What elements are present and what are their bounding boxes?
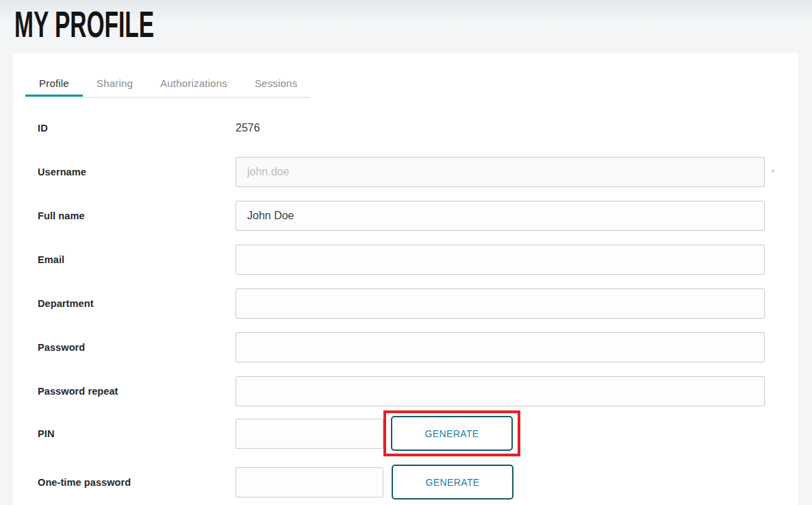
tab-sessions[interactable]: Sessions <box>241 71 311 97</box>
profile-form: ID 2576 Username * Full name Email Depar… <box>13 98 798 500</box>
otp-label: One-time password <box>38 477 236 488</box>
fullname-input[interactable] <box>236 201 765 231</box>
password-repeat-label: Password repeat <box>38 386 236 397</box>
form-row-username: Username * <box>38 157 798 187</box>
password-input[interactable] <box>236 332 765 362</box>
form-row-fullname: Full name <box>38 201 798 231</box>
form-row-id: ID 2576 <box>38 113 798 143</box>
username-label: Username <box>38 167 236 177</box>
tab-authorizations[interactable]: Authorizations <box>147 71 241 97</box>
tab-bar: Profile Sharing Authorizations Sessions <box>25 53 311 98</box>
id-label: ID <box>38 123 236 134</box>
otp-generate-button[interactable]: GENERATE <box>392 465 513 500</box>
page-title: MY PROFILE <box>14 3 154 45</box>
email-label: Email <box>38 254 236 265</box>
otp-input[interactable] <box>236 467 383 497</box>
form-row-password: Password <box>38 332 798 362</box>
form-row-pin: PIN GENERATE <box>38 410 798 456</box>
department-label: Department <box>38 298 236 309</box>
form-row-otp: One-time password GENERATE <box>38 465 798 500</box>
id-value: 2576 <box>236 122 260 134</box>
tab-profile[interactable]: Profile <box>25 71 83 97</box>
username-input[interactable] <box>236 157 765 187</box>
tab-sharing[interactable]: Sharing <box>83 71 147 97</box>
pin-input[interactable] <box>236 419 383 449</box>
red-highlight-annotation: GENERATE <box>383 410 520 456</box>
profile-card: Profile Sharing Authorizations Sessions … <box>13 53 798 505</box>
form-row-email: Email <box>38 245 798 275</box>
password-label: Password <box>38 342 236 353</box>
pin-label: PIN <box>38 428 236 439</box>
required-marker: * <box>771 167 775 178</box>
password-repeat-input[interactable] <box>236 376 765 406</box>
email-input[interactable] <box>236 245 765 275</box>
department-input[interactable] <box>236 288 765 319</box>
form-row-department: Department <box>38 288 798 319</box>
pin-generate-button[interactable]: GENERATE <box>391 416 513 451</box>
fullname-label: Full name <box>38 210 236 221</box>
form-row-password-repeat: Password repeat <box>38 376 798 406</box>
